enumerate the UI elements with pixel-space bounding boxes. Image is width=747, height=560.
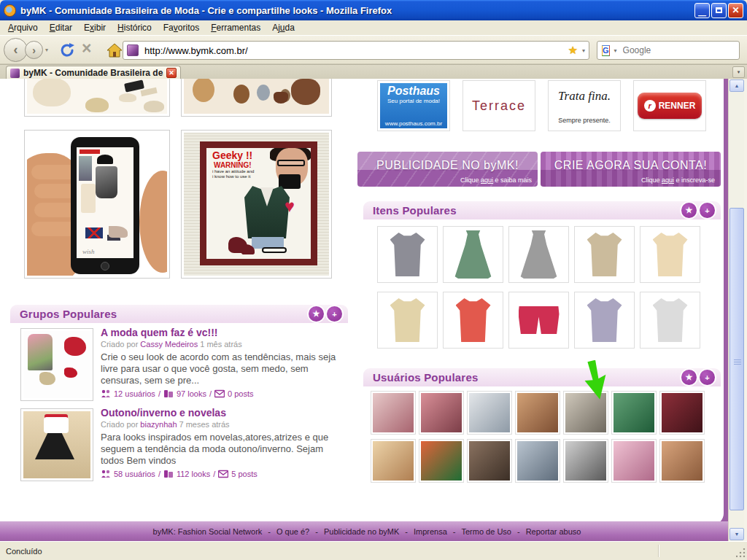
banner-subtitle[interactable]: Clique aqui e saiba mais [460,176,532,184]
footer-link[interactable]: Reportar abuso [526,527,581,536]
footer-link[interactable]: Publicidade no byMK [324,527,399,536]
close-button[interactable]: ✕ [728,3,743,18]
users-icon [101,470,111,478]
banner-subtitle[interactable]: Clique aqui e inscreva-se [641,176,715,184]
item-thumbnail[interactable] [377,292,438,349]
group-users-count[interactable]: 58 usuários [114,470,155,478]
url-input[interactable] [143,44,568,57]
scroll-down-button[interactable]: ▼ [729,528,744,540]
user-avatar[interactable] [419,391,464,435]
user-avatar[interactable] [371,439,416,483]
group-looks-count[interactable]: 112 looks [177,470,210,478]
forward-button[interactable]: › [25,41,43,59]
footer-link[interactable]: Imprensa [414,527,447,536]
user-avatar[interactable] [659,391,705,435]
vertical-scrollbar[interactable]: ▲ ▼ [728,79,744,541]
restore-button[interactable] [711,3,727,18]
user-avatar[interactable] [467,439,512,483]
resize-grip[interactable] [736,548,746,558]
user-avatar[interactable] [371,391,416,435]
art: wish [27,133,167,276]
sponsor-renner[interactable]: r RENNER [633,80,706,131]
group-thumbnail[interactable] [20,328,93,401]
group-title[interactable]: Outono/inverno e novelas [101,407,350,419]
home-button[interactable] [107,42,123,58]
user-avatar[interactable] [515,439,560,483]
sponsor-tratafina[interactable]: Trata fina. Sempre presente. [548,80,621,131]
url-dropdown-icon[interactable]: ▾ [582,47,585,54]
plus-button[interactable]: + [700,370,715,385]
refresh-button[interactable] [58,42,76,59]
menu-item[interactable]: Favoritos [158,21,205,34]
art [81,184,96,213]
user-avatar[interactable] [611,391,657,435]
menu-item[interactable]: Arquivo [2,21,44,34]
item-thumbnail[interactable] [508,226,569,283]
item-thumbnail[interactable] [640,226,700,283]
url-bar[interactable]: ★ ▾ [123,41,589,60]
look-image-iphone[interactable]: wish [24,130,170,279]
history-dropdown[interactable]: ▾ [45,47,48,53]
plus-button[interactable]: + [327,306,342,322]
user-avatar[interactable] [515,391,560,435]
item-thumbnail[interactable] [640,292,700,349]
menu-item[interactable]: Editar [44,21,78,34]
footer-link[interactable]: O que é? [276,527,309,536]
tab-bar: byMK - Comunidade Brasileira de... ✕ ▾ [0,64,747,79]
art-text: Geeky !! [212,149,252,161]
menu-item[interactable]: Ajuda [266,21,301,34]
item-thumbnail[interactable] [377,226,438,283]
footer-link[interactable]: byMK: Fashion Social Network [153,527,263,536]
window-title: byMK - Comunidade Brasileira de Moda - C… [20,5,694,16]
bookmark-star-icon[interactable]: ★ [568,44,578,57]
look-collage-thumb[interactable] [181,79,332,117]
menu-item[interactable]: Ferramentas [205,21,266,34]
footer-link[interactable]: Termo de Uso [461,527,511,536]
plus-button[interactable]: + [700,203,715,218]
group-posts-count[interactable]: 0 posts [228,389,253,398]
item-thumbnail[interactable] [508,292,569,349]
title-bar[interactable]: byMK - Comunidade Brasileira de Moda - C… [0,0,747,20]
minimize-button[interactable]: — [694,3,710,18]
look-collage-thumb[interactable] [24,79,170,117]
user-avatar[interactable] [659,439,705,483]
group-author-link[interactable]: Cassy Medeiros [140,340,198,349]
item-thumbnail[interactable] [574,292,635,349]
star-button[interactable]: ★ [309,306,324,322]
search-box[interactable]: G ▾ [597,41,740,60]
tab-close-button[interactable]: ✕ [166,68,177,78]
group-looks-count[interactable]: 97 looks [177,389,206,398]
user-avatar[interactable] [563,439,608,483]
menu-item[interactable]: Histórico [112,21,158,34]
group-posts-count[interactable]: 5 posts [231,470,257,478]
google-engine-icon[interactable]: G [602,45,610,56]
stop-button[interactable]: × [82,39,91,58]
user-avatar[interactable] [419,439,464,483]
item-thumbnail[interactable] [574,226,635,283]
group-title[interactable]: A moda quem faz é vc!!! [101,327,350,338]
item-thumbnail[interactable] [443,226,503,283]
look-image-geeky[interactable]: Geeky !! WARNING! i have an attitude and… [181,130,332,279]
sponsor-terrace[interactable]: Terrace [462,80,535,131]
item-thumbnail[interactable] [443,292,503,349]
tab-bymk[interactable]: byMK - Comunidade Brasileira de... ✕ [6,66,181,79]
group-author-link[interactable]: biazynhah [140,420,177,429]
group-byline: Criado porCassy Medeiros1 mês atrás [101,340,350,349]
posts-envelope-icon [214,389,225,398]
promo-banner[interactable]: CRIE AGORA SUA CONTA! Clique aqui e insc… [541,152,721,187]
menu-item[interactable]: Exibir [78,21,112,34]
star-button[interactable]: ★ [681,203,697,218]
tab-list-dropdown[interactable]: ▾ [732,66,745,78]
restore-icon [716,7,722,13]
star-button[interactable]: ★ [681,370,697,385]
group-users-count[interactable]: 12 usuários [114,389,155,398]
engine-dropdown-icon[interactable]: ▾ [614,47,617,54]
user-avatar[interactable] [467,391,512,435]
search-input[interactable] [622,44,738,56]
scroll-up-button[interactable]: ▲ [729,79,744,92]
sponsor-posthaus[interactable]: Posthaus Seu portal de moda! www.posthau… [377,80,450,131]
user-avatar[interactable] [611,439,657,483]
scrollbar-thumb[interactable] [729,208,744,510]
promo-banner[interactable]: PUBLICIDADE NO byMK! Clique aqui e saiba… [357,152,538,187]
group-thumbnail[interactable] [20,408,93,481]
